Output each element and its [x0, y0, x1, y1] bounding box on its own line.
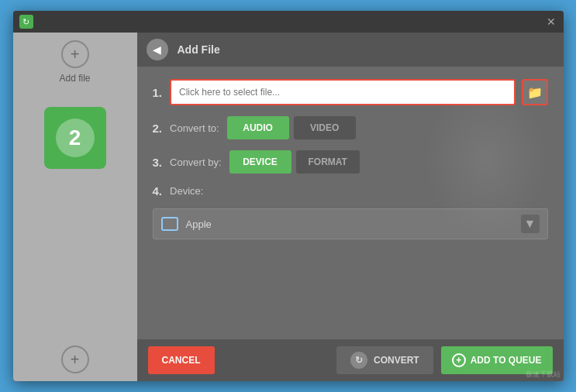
sidebar: + Add file 2 +	[13, 33, 137, 381]
device-name: Apple	[186, 218, 513, 230]
add-queue-plus-icon: +	[452, 353, 466, 367]
watermark: 极速下载站	[526, 370, 560, 380]
back-button[interactable]: ◀	[147, 39, 168, 60]
dialog-footer: CANCEL ↻ CONVERT + ADD TO QUEUE	[137, 339, 564, 381]
step3-row: 3. Convert by: DEVICE FORMAT	[153, 150, 548, 174]
convert-by-group: DEVICE FORMAT	[229, 150, 360, 174]
convert-to-group: AUDIO VIDEO	[227, 116, 356, 139]
title-bar: ↻ ✕	[13, 11, 564, 33]
app-logo: 2	[44, 107, 106, 169]
video-toggle[interactable]: VIDEO	[294, 116, 356, 139]
sidebar-bottom-add-button[interactable]: +	[61, 346, 89, 373]
convert-button[interactable]: ↻ CONVERT	[336, 346, 433, 374]
convert-label: CONVERT	[374, 355, 419, 366]
add-file-button[interactable]: +	[61, 40, 89, 68]
step4-label: Device:	[170, 185, 203, 197]
device-toggle[interactable]: DEVICE	[229, 150, 291, 174]
close-button[interactable]: ✕	[545, 15, 557, 28]
file-path-input[interactable]	[170, 79, 515, 105]
step3-number: 3.	[153, 156, 163, 169]
main-area: + Add file 2 + ◀ Add File	[13, 33, 564, 381]
step2-label: Convert to:	[170, 122, 219, 134]
dialog-title: Add File	[178, 43, 220, 56]
audio-toggle[interactable]: AUDIO	[227, 116, 289, 139]
browse-button[interactable]: 📁	[522, 79, 548, 105]
step1-number: 1.	[153, 86, 163, 99]
file-input-row: 📁	[170, 79, 547, 105]
step4-row: 4. Device:	[153, 184, 548, 198]
app-icon: ↻	[19, 15, 33, 29]
device-tablet-icon	[161, 217, 178, 231]
device-dropdown[interactable]: Apple ▼	[153, 208, 548, 239]
step1-row: 1. 📁	[153, 79, 548, 105]
dropdown-arrow-icon: ▼	[521, 215, 540, 233]
add-file-label: Add file	[59, 73, 90, 84]
step4-number: 4.	[153, 184, 163, 198]
app-window: ↻ ✕ + Add file 2 + ◀ Add File	[13, 11, 564, 381]
add-queue-label: ADD TO QUEUE	[471, 355, 542, 366]
dialog-body: 1. 📁 2. Convert to: AUDIO VIDEO	[137, 67, 564, 339]
logo-inner: 2	[56, 119, 95, 157]
dialog-area: ◀ Add File 1. 📁 2.	[137, 33, 564, 381]
step2-number: 2.	[153, 122, 163, 135]
format-toggle[interactable]: FORMAT	[296, 150, 360, 174]
step2-row: 2. Convert to: AUDIO VIDEO	[153, 116, 548, 139]
cancel-button[interactable]: CANCEL	[148, 346, 215, 374]
step3-label: Convert by:	[170, 156, 221, 168]
dialog-header: ◀ Add File	[137, 33, 564, 67]
folder-icon: 📁	[527, 85, 543, 100]
convert-refresh-icon: ↻	[350, 352, 367, 369]
